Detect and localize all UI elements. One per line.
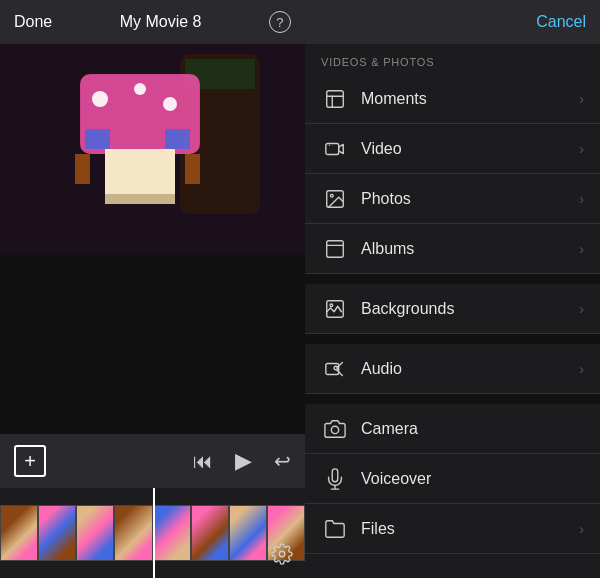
section-label-videos-photos: VIDEOS & PHOTOS <box>305 44 600 74</box>
frame-6 <box>229 505 267 561</box>
backgrounds-chevron: › <box>579 301 584 317</box>
albums-chevron: › <box>579 241 584 257</box>
play-button[interactable]: ▶ <box>235 448 252 474</box>
top-bar: Done My Movie 8 ? <box>0 0 305 44</box>
moments-icon <box>321 85 349 113</box>
menu-item-files[interactable]: Files › <box>305 504 600 554</box>
albums-icon <box>321 235 349 263</box>
svg-rect-20 <box>326 143 339 154</box>
frame-4 <box>153 505 191 561</box>
movie-title: My Movie 8 <box>120 13 202 31</box>
divider-gap-3 <box>305 394 600 404</box>
left-panel: Done My Movie 8 ? <box>0 0 305 578</box>
files-label: Files <box>361 520 579 538</box>
controls-bar: + ⏮ ▶ ↩ <box>0 434 305 488</box>
menu-item-photos[interactable]: Photos › <box>305 174 600 224</box>
svg-point-30 <box>331 426 338 433</box>
settings-button[interactable] <box>271 543 293 570</box>
menu-item-video[interactable]: Video › <box>305 124 600 174</box>
right-header: Cancel <box>305 0 600 44</box>
menu-item-audio[interactable]: Audio › <box>305 344 600 394</box>
albums-label: Albums <box>361 240 579 258</box>
svg-rect-15 <box>105 194 175 204</box>
camera-icon <box>321 415 349 443</box>
menu-item-albums[interactable]: Albums › <box>305 224 600 274</box>
files-icon <box>321 515 349 543</box>
svg-rect-24 <box>327 240 344 257</box>
preview-image <box>0 44 305 254</box>
audio-icon <box>321 355 349 383</box>
cancel-button[interactable]: Cancel <box>536 13 586 31</box>
preview-area <box>0 44 305 434</box>
menu-item-voiceover[interactable]: Voiceover <box>305 454 600 504</box>
done-button[interactable]: Done <box>14 13 52 31</box>
rewind-start-button[interactable]: ⏮ <box>193 450 213 473</box>
timeline-area <box>0 488 305 578</box>
files-chevron: › <box>579 521 584 537</box>
photos-icon <box>321 185 349 213</box>
svg-point-23 <box>330 194 333 197</box>
photos-label: Photos <box>361 190 579 208</box>
svg-rect-8 <box>85 129 110 149</box>
audio-label: Audio <box>361 360 579 378</box>
svg-rect-12 <box>185 154 200 169</box>
menu-list: VIDEOS & PHOTOS Moments › <box>305 44 600 578</box>
svg-point-5 <box>134 83 146 95</box>
add-clip-button[interactable]: + <box>14 445 46 477</box>
voiceover-icon <box>321 465 349 493</box>
video-label: Video <box>361 140 579 158</box>
svg-rect-14 <box>185 169 200 184</box>
divider-gap-1 <box>305 274 600 284</box>
gear-icon <box>271 543 293 565</box>
svg-point-27 <box>330 303 333 306</box>
svg-point-16 <box>279 551 285 557</box>
video-icon <box>321 135 349 163</box>
frame-1 <box>38 505 76 561</box>
menu-item-moments[interactable]: Moments › <box>305 74 600 124</box>
undo-button[interactable]: ↩ <box>274 449 291 473</box>
svg-point-4 <box>92 91 108 107</box>
menu-item-backgrounds[interactable]: Backgrounds › <box>305 284 600 334</box>
frame-5 <box>191 505 229 561</box>
camera-label: Camera <box>361 420 584 438</box>
frame-2 <box>76 505 114 561</box>
svg-rect-13 <box>75 169 90 184</box>
svg-point-6 <box>163 97 177 111</box>
svg-rect-7 <box>105 149 175 199</box>
timeline-cursor <box>153 488 155 578</box>
voiceover-label: Voiceover <box>361 470 584 488</box>
moments-label: Moments <box>361 90 579 108</box>
svg-rect-17 <box>327 90 344 107</box>
svg-rect-9 <box>165 129 190 149</box>
moments-chevron: › <box>579 91 584 107</box>
menu-item-camera[interactable]: Camera <box>305 404 600 454</box>
video-chevron: › <box>579 141 584 157</box>
right-panel: Cancel VIDEOS & PHOTOS Moments › <box>305 0 600 578</box>
backgrounds-icon <box>321 295 349 323</box>
frame-3 <box>114 505 152 561</box>
help-button[interactable]: ? <box>269 11 291 33</box>
frame-0 <box>0 505 38 561</box>
divider-gap-2 <box>305 334 600 344</box>
backgrounds-label: Backgrounds <box>361 300 579 318</box>
playback-controls: ⏮ ▶ ↩ <box>193 448 291 474</box>
photos-chevron: › <box>579 191 584 207</box>
svg-rect-11 <box>75 154 90 169</box>
audio-chevron: › <box>579 361 584 377</box>
